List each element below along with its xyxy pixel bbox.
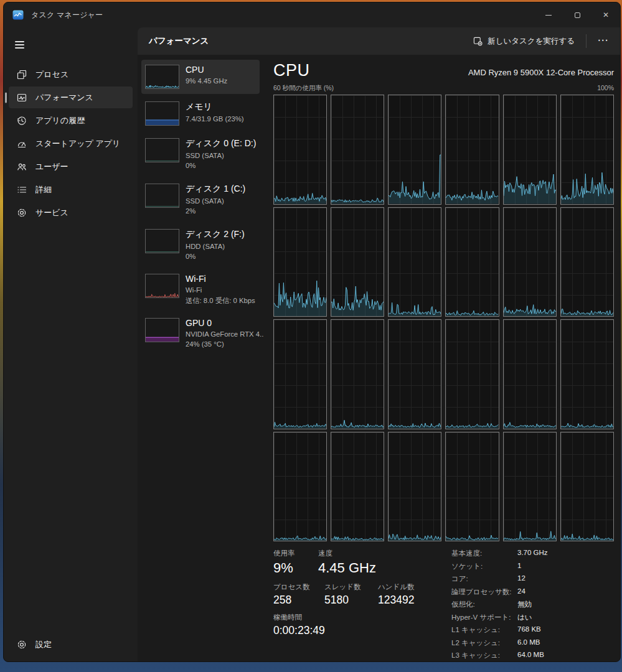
perf-item-name: GPU 0 <box>186 318 256 328</box>
spec-value: 768 KB <box>517 625 541 635</box>
spec-row: コア:12 <box>451 574 548 584</box>
close-icon: ✕ <box>603 11 609 19</box>
sidebar-item-users[interactable]: ユーザー <box>9 156 133 177</box>
perf-item-name: メモリ <box>186 101 244 113</box>
spec-value: 64.0 MB <box>517 651 544 660</box>
processes-icon <box>16 69 27 80</box>
perf-list-item-disk0[interactable]: ディスク 0 (E: D:)SSD (SATA)0% <box>141 133 260 176</box>
perf-item-name: CPU <box>186 65 227 75</box>
sidebar-nav: プロセスパフォーマンスアプリの履歴スタートアップ アプリユーザー詳細サービス <box>4 63 138 223</box>
logical-processor-grid <box>273 95 614 541</box>
sidebar-item-label: プロセス <box>35 69 68 80</box>
sidebar-item-startup-apps[interactable]: スタートアップ アプリ <box>9 133 133 154</box>
perf-item-detail: 9% 4.45 GHz <box>186 76 227 86</box>
perf-item-detail: NVIDIA GeForce RTX 4.. <box>186 329 256 339</box>
minimize-icon <box>545 15 552 16</box>
cpu-stats: 使用率 9% 速度 4.45 GHz プロセス数 <box>273 549 614 662</box>
close-button[interactable]: ✕ <box>591 2 620 27</box>
titlebar: タスク マネージャー ✕ <box>4 2 620 27</box>
handles-label: ハンドル数 <box>378 582 415 592</box>
cpu-detail-panel: CPU AMD Ryzen 9 5900X 12-Core Processor … <box>263 57 620 661</box>
sidebar-item-app-history[interactable]: アプリの履歴 <box>9 110 133 131</box>
usage-value: 9% <box>273 560 306 576</box>
core-graph-17 <box>560 319 614 429</box>
spec-label: 論理プロセッサ数: <box>451 587 517 597</box>
sidebar-item-details[interactable]: 詳細 <box>9 179 133 200</box>
core-graph-1 <box>331 95 384 205</box>
perf-item-name: ディスク 2 (F:) <box>186 229 245 240</box>
maximize-icon <box>575 12 580 18</box>
content-card: パフォーマンス 新しいタスクを実行する ⋯ <box>138 27 620 661</box>
spec-row: ソケット:1 <box>451 562 548 571</box>
core-graph-11 <box>560 207 614 317</box>
perf-item-detail: SSD (SATA) <box>186 196 245 206</box>
run-new-task-button[interactable]: 新しいタスクを実行する <box>467 32 581 51</box>
perf-list-item-disk2[interactable]: ディスク 2 (F:)HDD (SATA)0% <box>141 224 260 267</box>
minimize-button[interactable] <box>534 2 563 27</box>
wifi-mini-graph <box>145 274 179 298</box>
spec-row: 基本速度:3.70 GHz <box>451 549 548 558</box>
startup-icon <box>16 138 27 149</box>
core-graph-10 <box>503 207 557 317</box>
spec-value: 12 <box>517 574 525 584</box>
hamburger-menu-button[interactable] <box>11 35 34 55</box>
sidebar-item-services[interactable]: サービス <box>9 202 133 223</box>
perf-item-name: Wi-Fi <box>186 274 255 284</box>
perf-list-item-memory[interactable]: メモリ7.4/31.9 GB (23%) <box>141 96 260 131</box>
perf-item-name: ディスク 0 (E: D:) <box>186 138 256 149</box>
sidebar-item-label: 設定 <box>35 639 52 650</box>
core-graph-19 <box>331 432 384 542</box>
sidebar-item-label: ユーザー <box>35 161 68 172</box>
perf-list-item-wifi[interactable]: Wi-FiWi-Fi送信: 8.0 受信: 0 Kbps <box>141 269 260 310</box>
spec-value: 3.70 GHz <box>517 549 548 558</box>
core-graph-15 <box>445 319 499 429</box>
spec-row: L3 キャッシュ:64.0 MB <box>451 651 548 660</box>
spec-row: 論理プロセッサ数:24 <box>451 587 548 597</box>
perf-list-item-gpu0[interactable]: GPU 0NVIDIA GeForce RTX 4..24% (35 °C) <box>141 313 260 355</box>
spec-row: L1 キャッシュ:768 KB <box>451 625 548 635</box>
core-graph-6 <box>273 207 327 317</box>
perf-item-detail: 0% <box>186 161 256 170</box>
sidebar-item-label: スタートアップ アプリ <box>35 138 120 149</box>
perf-item-detail: 7.4/31.9 GB (23%) <box>186 114 244 124</box>
sidebar-item-performance[interactable]: パフォーマンス <box>9 86 133 108</box>
perf-item-detail: 24% (35 °C) <box>186 339 256 349</box>
core-graph-0 <box>273 95 327 205</box>
perf-item-name: ディスク 1 (C:) <box>186 184 245 195</box>
disk0-mini-graph <box>145 138 179 162</box>
settings-icon <box>16 639 27 650</box>
spec-row: 仮想化:無効 <box>451 600 548 609</box>
disk1-mini-graph <box>145 184 179 208</box>
speed-value: 4.45 GHz <box>318 560 376 576</box>
core-graph-12 <box>273 319 327 429</box>
spec-label: L1 キャッシュ: <box>451 625 517 635</box>
gpu0-mini-graph <box>145 318 179 342</box>
sidebar-item-processes[interactable]: プロセス <box>9 63 133 85</box>
core-graph-18 <box>273 432 327 542</box>
perf-list-item-disk1[interactable]: ディスク 1 (C:)SSD (SATA)2% <box>141 179 260 222</box>
graph-max-label: 100% <box>597 84 614 93</box>
spec-value: 1 <box>517 562 521 571</box>
cpu-title: CPU <box>273 61 310 80</box>
desktop: { "titlebar": { "title": "タスク マネージャー", "… <box>0 0 622 672</box>
spec-label: Hyper-V サポート: <box>451 613 517 622</box>
spec-label: L2 キャッシュ: <box>451 638 517 648</box>
spec-row: L2 キャッシュ:6.0 MB <box>451 638 548 648</box>
services-icon <box>16 207 27 218</box>
core-graph-8 <box>388 207 441 317</box>
spec-value: 6.0 MB <box>517 638 540 648</box>
threads-value: 5180 <box>324 594 365 607</box>
sidebar-item-settings[interactable]: 設定 <box>9 633 133 655</box>
processes-value: 258 <box>273 594 312 607</box>
more-options-button[interactable]: ⋯ <box>591 32 614 50</box>
maximize-button[interactable] <box>563 2 591 27</box>
core-graph-2 <box>388 95 441 205</box>
core-graph-14 <box>388 319 441 429</box>
history-icon <box>16 115 27 126</box>
spec-label: 基本速度: <box>451 549 517 558</box>
spec-row: Hyper-V サポート:はい <box>451 613 548 622</box>
perf-list-item-cpu[interactable]: CPU9% 4.45 GHz <box>141 60 260 94</box>
task-manager-window: タスク マネージャー ✕ プロセスパフォーマンスアプリの履歴スタートアップ アプ… <box>3 2 621 662</box>
core-graph-7 <box>331 207 384 317</box>
perf-item-detail: 0% <box>186 251 245 261</box>
